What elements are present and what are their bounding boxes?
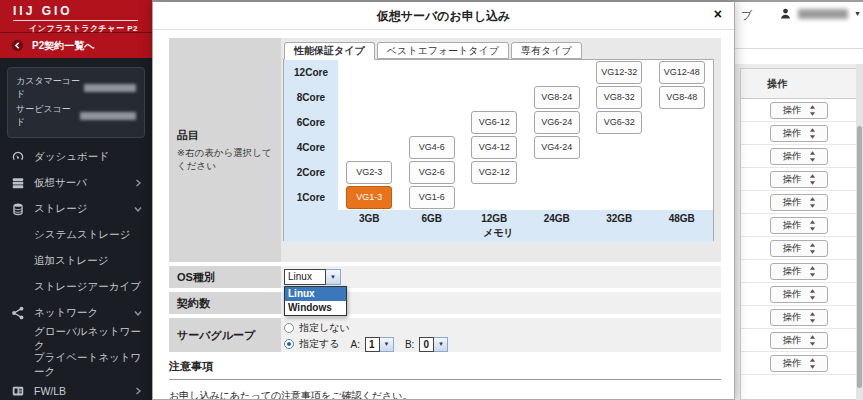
help-link-partial[interactable]: ブ (741, 8, 752, 23)
plan-cell-vg12-48[interactable]: VG12-4868,000円 (659, 61, 705, 84)
plan-cell-vg6-32[interactable]: VG6-3247,500円 (596, 111, 642, 134)
radio-no-group[interactable] (284, 323, 294, 333)
os-select[interactable]: Linux ▼ LinuxWindows (284, 269, 341, 285)
group-a-value[interactable]: 1 (365, 337, 380, 352)
os-dropdown-list: LinuxWindows (284, 286, 347, 316)
table-row: 操作 (741, 306, 857, 329)
chevron-down-icon (134, 309, 142, 317)
group-a-select[interactable]: 1 ▼ (365, 337, 394, 352)
row-ops-button[interactable]: 操作 (770, 286, 828, 303)
plan-slot: VG6-2441,800円 (526, 110, 589, 135)
group-b-select[interactable]: 0 ▼ (419, 337, 448, 352)
plan-slot (401, 60, 464, 85)
scrollbar-thumb[interactable] (857, 126, 862, 388)
plan-cell-vg2-3[interactable]: VG2-38,500円 (346, 161, 392, 184)
memory-column-label: 3GB (338, 213, 401, 224)
sidebar-item-3[interactable]: システムストレージ (0, 222, 152, 248)
page-scrollbar[interactable] (856, 64, 863, 400)
os-row-content: Linux ▼ LinuxWindows (281, 266, 721, 288)
plan-slot: VG6-3247,500円 (588, 110, 651, 135)
row-ops-button[interactable]: 操作 (770, 355, 828, 372)
plan-slot (463, 185, 526, 210)
caret-down-icon[interactable]: ▼ (434, 337, 448, 352)
customer-info-box: カスタマーコード サービスコード (7, 67, 145, 138)
plan-cell-vg4-6[interactable]: VG4-618,100円 (409, 136, 455, 159)
back-link-label: P2契約一覧へ (32, 39, 94, 53)
sidebar-item-label: プライベートネットワーク (34, 351, 142, 379)
row-ops-button[interactable]: 操作 (770, 309, 828, 326)
plan-cell-vg8-24[interactable]: VG8-2447,300円 (534, 86, 580, 109)
contract-row-content (281, 292, 721, 314)
caret-down-icon[interactable]: ▼ (326, 269, 341, 285)
plan-cell-vg2-12[interactable]: VG2-1222,000円 (471, 161, 517, 184)
radio-use-group[interactable] (284, 339, 294, 349)
plan-cell-vg8-32[interactable]: VG8-3250,000円 (596, 86, 642, 109)
sidebar-item-2[interactable]: ストレージ (0, 196, 152, 222)
memory-column-label: 12GB (463, 213, 526, 224)
chevron-right-icon (134, 179, 142, 187)
server-group-row: サーバグループ 指定しない 指定する A: 1 ▼ B: (169, 318, 721, 352)
close-icon[interactable]: × (714, 7, 722, 21)
sidebar-item-0[interactable]: ダッシュボード (0, 144, 152, 170)
row-ops-button[interactable]: 操作 (770, 332, 828, 349)
row-ops-button[interactable]: 操作 (770, 194, 828, 211)
plan-slot: VG2-614,300円 (401, 160, 464, 185)
table-row: 操作 (741, 122, 857, 145)
os-select-value[interactable]: Linux (284, 269, 326, 285)
row-ops-button[interactable]: 操作 (770, 125, 828, 142)
row-ops-button[interactable]: 操作 (770, 148, 828, 165)
sort-updown-icon (809, 151, 816, 162)
item-label: 品目 (177, 128, 273, 143)
memory-column-label: 32GB (588, 213, 651, 224)
os-option-windows[interactable]: Windows (285, 301, 346, 315)
virtual-server-apply-modal: 仮想サーバのお申し込み × 品目 ※右の表から選択してください 性能保証タイプベ… (152, 2, 735, 400)
row-ops-button[interactable]: 操作 (770, 102, 828, 119)
plan-cell-vg6-12[interactable]: VG6-1229,700円 (471, 111, 517, 134)
plan-type-tab-0[interactable]: 性能保証タイプ (284, 42, 375, 60)
plan-cell-vg8-48[interactable]: VG8-4860,000円 (659, 86, 705, 109)
back-to-contract-list-link[interactable]: P2契約一覧へ (0, 32, 152, 58)
contract-count-row: 契約数 (169, 292, 721, 314)
row-ops-button[interactable]: 操作 (770, 240, 828, 257)
sidebar-item-1[interactable]: 仮想サーバ (0, 170, 152, 196)
row-ops-button[interactable]: 操作 (770, 263, 828, 280)
plan-slot: VG12-3257,000円 (588, 60, 651, 85)
database-icon (11, 202, 25, 216)
plan-type-tab-2[interactable]: 専有タイプ (511, 42, 582, 59)
plan-slot (588, 160, 651, 185)
logo-divider (13, 20, 138, 21)
sidebar-item-5[interactable]: ストレージアーカイブ (0, 274, 152, 300)
plan-cell-vg1-6[interactable]: VG1-611,000円 (409, 186, 455, 209)
customer-code-value-redacted (84, 84, 136, 92)
plan-type-tab-1[interactable]: ベストエフォートタイプ (377, 42, 509, 59)
service-code-value-redacted (80, 112, 136, 120)
os-option-linux[interactable]: Linux (285, 287, 346, 301)
row-ops-button[interactable]: 操作 (770, 171, 828, 188)
sidebar-item-6[interactable]: ネットワーク (0, 300, 152, 326)
group-b-value[interactable]: 0 (419, 337, 434, 352)
os-row: OS種別 Linux ▼ LinuxWindows (169, 266, 721, 288)
sidebar-item-9[interactable]: FW/LB (0, 378, 152, 400)
sidebar-item-4[interactable]: 追加ストレージ (0, 248, 152, 274)
plan-cell-vg12-32[interactable]: VG12-3257,000円 (596, 61, 642, 84)
plan-cell-vg1-3[interactable]: VG1-35,800円 (346, 186, 392, 209)
caret-down-icon[interactable]: ▼ (380, 337, 394, 352)
sidebar-item-8[interactable]: プライベートネットワーク (0, 352, 152, 378)
modal-header: 仮想サーバのお申し込み × (153, 2, 734, 30)
plan-slot: VG2-38,500円 (338, 160, 401, 185)
sidebar-item-7[interactable]: グローバルネットワーク (0, 326, 152, 352)
plan-slot (401, 85, 464, 110)
brand-logo: IIJ GIO インフラストラクチャー P2 (0, 0, 152, 32)
username-redacted (798, 9, 848, 19)
plan-cell-vg4-24[interactable]: VG4-2438,500円 (534, 136, 580, 159)
row-ops-button[interactable]: 操作 (770, 217, 828, 234)
group-a-label: A: (350, 339, 359, 350)
modal-title: 仮想サーバのお申し込み (153, 2, 734, 30)
user-account-menu[interactable]: ▼ (779, 7, 861, 20)
plan-type-tabs: 性能保証タイプベストエフォートタイプ専有タイプ (284, 42, 716, 59)
plan-cell-vg6-24[interactable]: VG6-2441,800円 (534, 111, 580, 134)
memory-column-label: 6GB (401, 213, 464, 224)
plan-slot: VG2-1222,000円 (463, 160, 526, 185)
plan-cell-vg4-12[interactable]: VG4-1225,800円 (471, 136, 517, 159)
plan-cell-vg2-6[interactable]: VG2-614,300円 (409, 161, 455, 184)
